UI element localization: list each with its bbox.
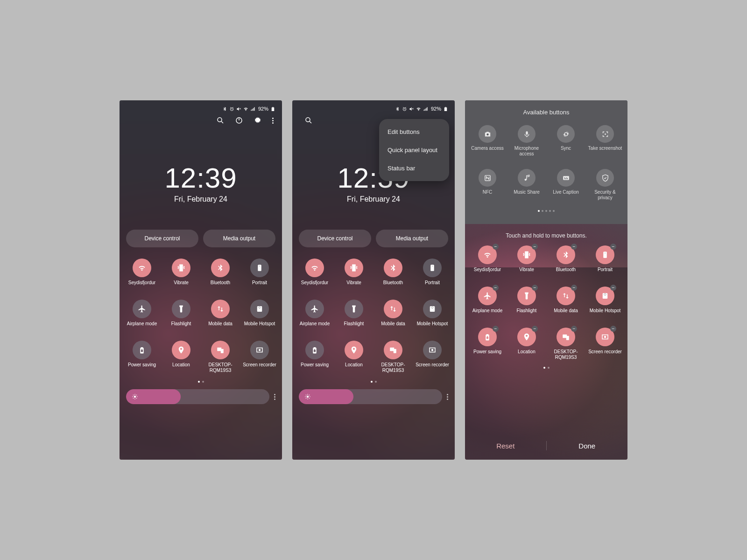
link-icon[interactable] — [384, 341, 402, 359]
done-button[interactable]: Done — [547, 442, 628, 450]
portrait-icon[interactable] — [250, 259, 269, 277]
more-icon[interactable] — [272, 118, 274, 124]
brightness-slider[interactable] — [299, 389, 442, 404]
tile-powersave[interactable]: Power saving — [295, 341, 334, 373]
record-icon[interactable] — [423, 341, 442, 359]
available-shield[interactable]: Security & privacy — [585, 169, 625, 201]
shield-icon[interactable] — [596, 169, 614, 187]
tile-link[interactable]: DESKTOP-RQM19S3 — [374, 341, 413, 373]
remove-tile-icon[interactable]: − — [493, 244, 499, 250]
menu-status-bar[interactable]: Status bar — [379, 159, 449, 177]
tile-location[interactable]: −Location — [507, 328, 546, 360]
available-sync[interactable]: Sync — [546, 125, 585, 157]
record-icon[interactable] — [250, 341, 269, 359]
tile-vibrate[interactable]: −Vibrate — [507, 245, 546, 273]
tile-bluetooth[interactable]: −Bluetooth — [546, 245, 585, 273]
brightness-slider[interactable] — [126, 389, 269, 404]
tile-link[interactable]: −DESKTOP-RQM19S3 — [546, 328, 585, 360]
mobiledata-icon[interactable] — [384, 300, 402, 318]
available-nfc[interactable]: NFC — [468, 169, 507, 201]
tile-powersave[interactable]: −Power saving — [468, 328, 507, 360]
tile-location[interactable]: Location — [334, 341, 374, 373]
airplane-icon[interactable] — [305, 300, 324, 318]
brightness-more-icon[interactable] — [274, 394, 275, 400]
powersave-icon[interactable] — [305, 341, 324, 359]
tile-record[interactable]: Screen recorder — [240, 341, 279, 373]
tile-wifi[interactable]: Seydisfjordur — [122, 259, 162, 286]
tile-bluetooth[interactable]: Bluetooth — [374, 259, 413, 286]
camera-icon[interactable] — [479, 125, 496, 143]
tile-hotspot[interactable]: Mobile Hotspot — [413, 300, 452, 327]
remove-tile-icon[interactable]: − — [532, 244, 538, 250]
tile-vibrate[interactable]: Vibrate — [334, 259, 374, 286]
remove-tile-icon[interactable]: − — [493, 326, 499, 332]
remove-tile-icon[interactable]: − — [610, 244, 616, 250]
tile-pager[interactable] — [465, 367, 627, 369]
tile-portrait[interactable]: Portrait — [413, 259, 452, 286]
vibrate-icon[interactable] — [172, 259, 190, 277]
portrait-icon[interactable] — [423, 259, 442, 277]
available-camera[interactable]: Camera access — [468, 125, 507, 157]
tile-pager[interactable] — [120, 381, 282, 383]
tile-record[interactable]: Screen recorder — [413, 341, 452, 373]
remove-tile-icon[interactable]: − — [532, 326, 538, 332]
available-screenshot[interactable]: Take screenshot — [585, 125, 625, 157]
mic-icon[interactable] — [518, 125, 536, 143]
reset-button[interactable]: Reset — [465, 442, 546, 450]
screenshot-icon[interactable] — [596, 125, 614, 143]
flashlight-icon[interactable] — [172, 300, 190, 318]
device-control-button[interactable]: Device control — [126, 230, 198, 247]
hotspot-icon[interactable] — [250, 300, 269, 318]
bluetooth-icon[interactable] — [211, 259, 230, 277]
tile-flashlight[interactable]: Flashlight — [334, 300, 374, 327]
tile-pager[interactable] — [292, 381, 455, 383]
tile-link[interactable]: DESKTOP-RQM19S3 — [201, 341, 240, 373]
remove-tile-icon[interactable]: − — [571, 244, 577, 250]
wifi-icon[interactable] — [305, 259, 324, 277]
media-output-button[interactable]: Media output — [376, 230, 448, 247]
mobiledata-icon[interactable] — [211, 300, 230, 318]
tile-airplane[interactable]: Airplane mode — [122, 300, 162, 327]
powersave-icon[interactable] — [133, 341, 151, 359]
menu-quick-panel-layout[interactable]: Quick panel layout — [379, 141, 449, 159]
airplane-icon[interactable] — [133, 300, 151, 318]
bluetooth-icon[interactable] — [384, 259, 402, 277]
tile-portrait[interactable]: −Portrait — [585, 245, 625, 273]
location-icon[interactable] — [172, 341, 190, 359]
tile-wifi[interactable]: Seydisfjordur — [295, 259, 334, 286]
sync-icon[interactable] — [557, 125, 575, 143]
gear-icon[interactable] — [254, 116, 262, 125]
nfc-icon[interactable] — [479, 169, 496, 187]
brightness-more-icon[interactable] — [447, 394, 448, 400]
tile-flashlight[interactable]: Flashlight — [162, 300, 201, 327]
tile-hotspot[interactable]: Mobile Hotspot — [240, 300, 279, 327]
media-output-button[interactable]: Media output — [203, 230, 275, 247]
tile-vibrate[interactable]: Vibrate — [162, 259, 201, 286]
menu-edit-buttons[interactable]: Edit buttons — [379, 123, 449, 141]
tile-mobiledata[interactable]: Mobile data — [374, 300, 413, 327]
tile-location[interactable]: Location — [162, 341, 201, 373]
tile-record[interactable]: −Screen recorder — [585, 328, 625, 360]
tile-bluetooth[interactable]: Bluetooth — [201, 259, 240, 286]
remove-tile-icon[interactable]: − — [571, 326, 577, 332]
remove-tile-icon[interactable]: − — [493, 285, 499, 291]
remove-tile-icon[interactable]: − — [610, 326, 616, 332]
tile-flashlight[interactable]: −Flashlight — [507, 287, 546, 314]
musicshare-icon[interactable] — [518, 169, 536, 187]
available-musicshare[interactable]: Music Share — [507, 169, 546, 201]
search-icon[interactable] — [304, 116, 313, 125]
remove-tile-icon[interactable]: − — [532, 285, 538, 291]
search-icon[interactable] — [216, 116, 225, 125]
power-icon[interactable] — [235, 116, 243, 125]
tile-airplane[interactable]: −Airplane mode — [468, 287, 507, 314]
link-icon[interactable] — [211, 341, 230, 359]
tile-mobiledata[interactable]: −Mobile data — [546, 287, 585, 314]
device-control-button[interactable]: Device control — [299, 230, 371, 247]
hotspot-icon[interactable] — [423, 300, 442, 318]
location-icon[interactable] — [345, 341, 363, 359]
available-caption[interactable]: Live Caption — [546, 169, 585, 201]
caption-icon[interactable] — [557, 169, 575, 187]
tile-mobiledata[interactable]: Mobile data — [201, 300, 240, 327]
tile-wifi[interactable]: −Seydisfjordur — [468, 245, 507, 273]
tile-powersave[interactable]: Power saving — [122, 341, 162, 373]
